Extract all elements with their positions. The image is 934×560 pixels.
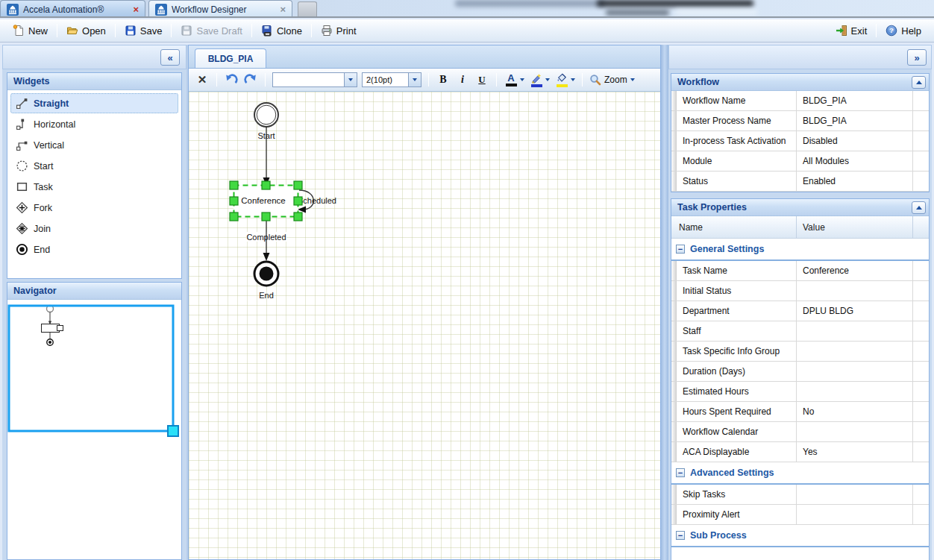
property-value[interactable]: Disabled bbox=[796, 131, 912, 151]
section-header-sub-process[interactable]: − Sub Process bbox=[671, 525, 929, 547]
help-button[interactable]: Help bbox=[880, 22, 927, 39]
property-value[interactable]: Conference bbox=[796, 261, 912, 280]
task-properties-title: Task Properties bbox=[677, 202, 747, 213]
undo-button[interactable] bbox=[224, 72, 239, 88]
dropdown-arrow-icon[interactable] bbox=[408, 73, 421, 86]
widget-item-horizontal[interactable]: Horizontal bbox=[10, 114, 178, 134]
property-value[interactable] bbox=[796, 362, 912, 381]
task-property-row[interactable]: Hours Spent Required No bbox=[671, 402, 929, 422]
section-header-advanced-settings[interactable]: − Advanced Settings bbox=[671, 462, 929, 485]
widgets-panel: Widgets Straight Horizontal bbox=[7, 72, 182, 279]
font-color-icon: A bbox=[507, 74, 514, 83]
exit-button[interactable]: Exit bbox=[830, 22, 873, 39]
italic-button[interactable]: i bbox=[455, 72, 470, 88]
dropdown-arrow-icon[interactable] bbox=[344, 73, 357, 86]
row-handle bbox=[671, 111, 677, 130]
property-value[interactable] bbox=[796, 505, 912, 524]
property-value[interactable] bbox=[796, 422, 912, 441]
font-family-select[interactable] bbox=[272, 72, 357, 87]
task-property-row[interactable]: Proximity Alert bbox=[671, 505, 929, 525]
task-property-row[interactable]: Task Specific Info Group bbox=[671, 342, 929, 362]
dropdown-arrow-icon[interactable] bbox=[571, 78, 575, 81]
font-size-select[interactable]: 2(10pt) bbox=[362, 72, 421, 87]
save-draft-button[interactable]: Save Draft bbox=[175, 22, 247, 39]
zoom-button[interactable]: Zoom bbox=[589, 74, 635, 86]
property-row[interactable]: Module All Modules bbox=[671, 151, 929, 172]
widget-item-start[interactable]: Start bbox=[10, 156, 178, 176]
property-value[interactable]: No bbox=[796, 402, 912, 421]
property-value[interactable]: BLDG_PIA bbox=[796, 111, 912, 130]
task-properties-header: Task Properties bbox=[671, 199, 929, 216]
widget-item-straight[interactable]: Straight bbox=[10, 93, 178, 113]
task-property-row[interactable]: Workflow Calendar bbox=[671, 422, 929, 442]
new-tab-button[interactable] bbox=[298, 1, 317, 18]
property-row[interactable]: Master Process Name BLDG_PIA bbox=[671, 111, 929, 131]
open-button[interactable]: Open bbox=[61, 22, 111, 39]
highlight-color-button[interactable] bbox=[529, 71, 550, 89]
task-property-row[interactable]: Skip Tasks bbox=[671, 485, 929, 505]
property-value[interactable]: All Modules bbox=[796, 151, 912, 171]
collapse-task-properties-button[interactable] bbox=[912, 201, 926, 214]
widget-icon bbox=[16, 243, 28, 256]
property-value[interactable]: BLDG_PIA bbox=[796, 91, 912, 110]
bold-button[interactable]: B bbox=[436, 72, 451, 88]
application-window: Accela Automation® × Workflow Designer ×… bbox=[0, 0, 934, 560]
collapse-workflow-panel-button[interactable] bbox=[912, 76, 926, 89]
end-node-label: End bbox=[259, 291, 274, 300]
property-value[interactable] bbox=[796, 321, 912, 341]
underline-button[interactable]: U bbox=[474, 72, 489, 88]
delete-button[interactable]: ✕ bbox=[195, 72, 210, 88]
collapse-section-icon[interactable]: − bbox=[676, 531, 685, 540]
tab-close-icon[interactable]: × bbox=[133, 4, 139, 14]
end-node[interactable] bbox=[254, 262, 278, 286]
start-node[interactable] bbox=[254, 103, 278, 127]
workflow-canvas[interactable]: Start Scheduled Conference Completed bbox=[189, 92, 660, 559]
property-value[interactable] bbox=[796, 342, 912, 361]
collapse-section-icon[interactable]: − bbox=[676, 245, 685, 254]
font-color-button[interactable]: A bbox=[504, 71, 524, 89]
right-splitter[interactable] bbox=[661, 45, 668, 560]
toolbar-separator bbox=[251, 24, 252, 37]
browser-tab-workflow-designer[interactable]: Workflow Designer × bbox=[148, 0, 292, 18]
designer-tab-bldg-pia[interactable]: BLDG_PIA bbox=[195, 48, 266, 68]
property-value[interactable] bbox=[796, 281, 912, 301]
tab-close-icon[interactable]: × bbox=[280, 4, 286, 14]
new-button[interactable]: New bbox=[7, 22, 53, 39]
task-property-row[interactable]: Initial Status bbox=[671, 281, 929, 301]
dropdown-arrow-icon[interactable] bbox=[630, 78, 635, 81]
collapse-right-panel-button[interactable]: » bbox=[907, 49, 927, 66]
print-button[interactable]: Print bbox=[316, 22, 362, 39]
task-property-row[interactable]: Estimated Hours bbox=[671, 382, 929, 402]
widget-item-fork[interactable]: Fork bbox=[10, 198, 178, 218]
task-property-row[interactable]: Duration (Days) bbox=[671, 362, 929, 382]
collapse-section-icon[interactable]: − bbox=[676, 468, 685, 477]
property-row[interactable]: In-process Task Activation Disabled bbox=[671, 131, 929, 151]
property-value[interactable] bbox=[796, 485, 912, 504]
redo-button[interactable] bbox=[243, 72, 258, 88]
fill-color-button[interactable] bbox=[554, 71, 575, 89]
property-value[interactable]: DPLU BLDG bbox=[796, 301, 912, 321]
collapse-left-panel-button[interactable]: « bbox=[160, 49, 180, 66]
task-property-row[interactable]: Department DPLU BLDG bbox=[671, 301, 929, 321]
widget-item-end[interactable]: End bbox=[10, 239, 178, 259]
task-property-row[interactable]: Task Name Conference bbox=[671, 261, 929, 281]
widget-item-task[interactable]: Task bbox=[10, 177, 178, 197]
browser-tab-accela-automation[interactable]: Accela Automation® × bbox=[0, 0, 145, 18]
task-property-row[interactable]: Staff bbox=[671, 321, 929, 342]
navigator-minimap[interactable] bbox=[7, 300, 181, 559]
save-button[interactable]: Save bbox=[119, 22, 168, 39]
section-header-general-settings[interactable]: − General Settings bbox=[671, 239, 929, 261]
property-value[interactable]: Enabled bbox=[796, 172, 912, 191]
widget-item-vertical[interactable]: Vertical bbox=[10, 135, 178, 155]
dropdown-arrow-icon[interactable] bbox=[520, 78, 524, 81]
task-property-row[interactable]: ACA Displayable Yes bbox=[671, 442, 929, 462]
widget-item-join[interactable]: Join bbox=[10, 218, 178, 239]
magnifier-icon bbox=[589, 74, 601, 86]
clone-button[interactable]: Clone bbox=[256, 22, 307, 39]
property-row[interactable]: Status Enabled bbox=[671, 172, 929, 192]
property-value[interactable]: Yes bbox=[796, 442, 912, 462]
property-row[interactable]: Workflow Name BLDG_PIA bbox=[671, 91, 929, 111]
dropdown-arrow-icon[interactable] bbox=[545, 78, 550, 81]
task-node-conference[interactable]: Conference bbox=[234, 186, 298, 217]
property-value[interactable] bbox=[796, 382, 912, 401]
